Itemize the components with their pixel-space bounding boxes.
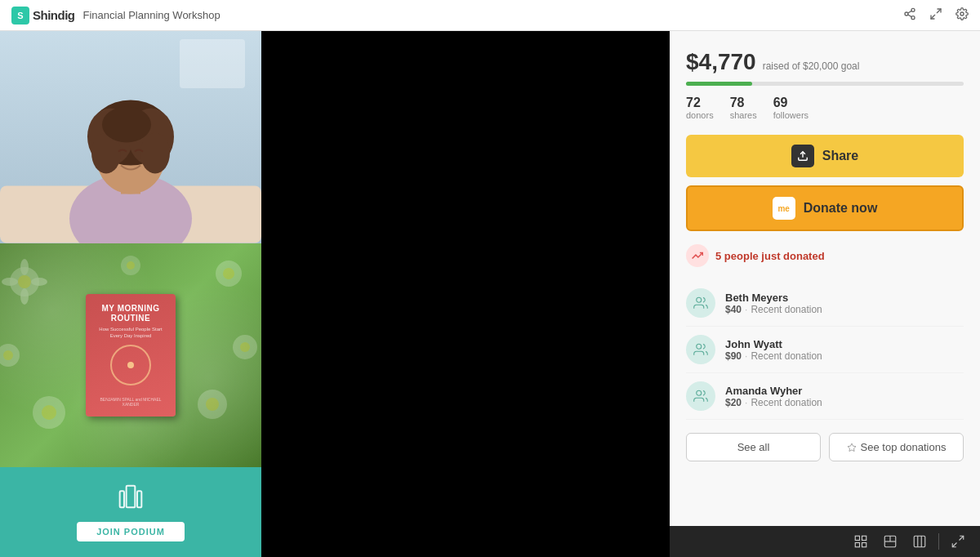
followers-count: 69 xyxy=(773,96,808,110)
amount-goal: raised of $20,000 goal xyxy=(763,60,860,72)
donor-details: $20 · Recent donation xyxy=(725,397,964,408)
see-all-button[interactable]: See all xyxy=(686,433,821,461)
donor-info: Amanda Wyher $20 · Recent donation xyxy=(725,385,964,408)
logo-icon: S xyxy=(11,7,29,25)
svg-point-41 xyxy=(697,344,702,349)
bottom-buttons: See all See top donations xyxy=(686,433,964,461)
layout-grid-button[interactable] xyxy=(850,531,871,552)
book-subtitle: How Successful People Start Every Day In… xyxy=(99,327,162,340)
donate-me-icon: me xyxy=(773,197,795,220)
svg-point-33 xyxy=(20,288,29,305)
book-author: BENJAMIN SPALL and MICHAEL XANDER xyxy=(94,397,167,407)
page-title: Financial Planning Workshop xyxy=(83,9,220,21)
svg-rect-38 xyxy=(137,491,141,507)
svg-point-29 xyxy=(3,350,13,360)
fullscreen-button[interactable] xyxy=(947,531,969,552)
donors-count: 72 xyxy=(686,96,714,110)
table-row: Beth Meyers $40 · Recent donation xyxy=(686,280,964,327)
table-row: John Wyatt $90 · Recent donation xyxy=(686,327,964,373)
bottom-toolbar xyxy=(261,526,980,557)
see-top-label: See top donations xyxy=(861,441,947,453)
svg-rect-46 xyxy=(855,543,859,547)
svg-point-23 xyxy=(42,405,56,420)
svg-line-3 xyxy=(908,15,912,17)
main-content: MY MORNING ROUTINE How Successful People… xyxy=(0,31,980,557)
share-label: Share xyxy=(822,149,858,163)
book-decoration xyxy=(110,345,151,385)
svg-rect-37 xyxy=(120,491,124,507)
video-person xyxy=(0,31,261,243)
video-area xyxy=(0,31,261,243)
fundraiser-amount: $4,770 raised of $20,000 goal xyxy=(686,49,964,75)
svg-rect-36 xyxy=(127,485,136,507)
book-cover: MY MORNING ROUTINE How Successful People… xyxy=(86,294,176,417)
center-area xyxy=(261,31,670,557)
layout-split-button[interactable] xyxy=(880,531,901,552)
svg-line-55 xyxy=(952,543,956,547)
donor-name: John Wyatt xyxy=(725,338,964,350)
svg-point-31 xyxy=(127,261,135,270)
svg-point-32 xyxy=(20,259,29,275)
svg-point-25 xyxy=(206,398,219,411)
top-bar-left: S Shindig Financial Planning Workshop xyxy=(11,7,220,25)
donation-tag: Recent donation xyxy=(751,397,822,408)
progress-bar-background xyxy=(686,82,964,86)
svg-rect-51 xyxy=(914,536,925,547)
svg-point-17 xyxy=(102,107,151,143)
donate-button[interactable]: me Donate now xyxy=(686,185,964,231)
donor-amount: $20 xyxy=(725,397,742,408)
settings-icon[interactable] xyxy=(956,7,969,24)
right-panel: $4,770 raised of $20,000 goal 72 donors … xyxy=(670,31,980,557)
book-title: MY MORNING ROUTINE xyxy=(102,304,160,323)
donor-name: Amanda Wyher xyxy=(725,385,964,397)
svg-point-7 xyxy=(960,12,964,16)
stats-row: 72 donors 78 shares 69 followers xyxy=(686,96,964,120)
expand-icon[interactable] xyxy=(929,7,942,24)
donation-tag: Recent donation xyxy=(751,350,822,362)
svg-rect-47 xyxy=(862,543,866,547)
svg-line-54 xyxy=(960,536,964,540)
share-button-icon xyxy=(791,145,814,167)
svg-marker-43 xyxy=(848,443,856,452)
donor-avatar xyxy=(686,288,715,318)
donors-label: donors xyxy=(686,110,714,120)
shindig-logo: S Shindig xyxy=(11,7,75,25)
donor-amount: $40 xyxy=(725,304,742,315)
donor-list: Beth Meyers $40 · Recent donation xyxy=(686,280,964,420)
left-panel: MY MORNING ROUTINE How Successful People… xyxy=(0,31,261,557)
donor-amount: $90 xyxy=(725,350,742,362)
svg-line-4 xyxy=(908,11,912,13)
recent-donation-notification: 5 people just donated xyxy=(686,244,964,267)
donors-stat: 72 donors xyxy=(686,96,714,120)
progress-bar-fill xyxy=(686,82,752,86)
layout-columns-button[interactable] xyxy=(909,531,930,552)
svg-point-19 xyxy=(18,275,31,288)
svg-line-6 xyxy=(931,15,935,19)
svg-point-16 xyxy=(140,133,170,174)
donor-info: Beth Meyers $40 · Recent donation xyxy=(725,292,964,315)
donation-tag: Recent donation xyxy=(751,304,822,315)
table-row: Amanda Wyher $20 · Recent donation xyxy=(686,373,964,420)
svg-line-5 xyxy=(937,9,941,13)
followers-label: followers xyxy=(773,110,808,120)
join-podium-button[interactable]: JOIN PODIUM xyxy=(77,522,185,541)
svg-point-34 xyxy=(2,278,18,286)
donor-info: John Wyatt $90 · Recent donation xyxy=(725,338,964,362)
book-decoration-center xyxy=(127,362,134,368)
shares-stat: 78 shares xyxy=(730,96,757,120)
followers-stat: 69 followers xyxy=(773,96,808,120)
shares-label: shares xyxy=(730,110,757,120)
svg-point-40 xyxy=(697,297,702,302)
donor-name: Beth Meyers xyxy=(725,292,964,304)
see-top-donations-button[interactable]: See top donations xyxy=(829,433,964,461)
share-button[interactable]: Share xyxy=(686,135,964,177)
top-bar: S Shindig Financial Planning Workshop xyxy=(0,0,980,31)
trending-icon xyxy=(686,244,709,267)
svg-rect-44 xyxy=(855,536,859,540)
logo-text: Shindig xyxy=(33,8,75,22)
svg-point-21 xyxy=(223,268,234,279)
donor-avatar xyxy=(686,381,715,411)
shares-count: 78 xyxy=(730,96,757,110)
person-svg xyxy=(0,63,261,243)
share-icon[interactable] xyxy=(903,7,916,24)
